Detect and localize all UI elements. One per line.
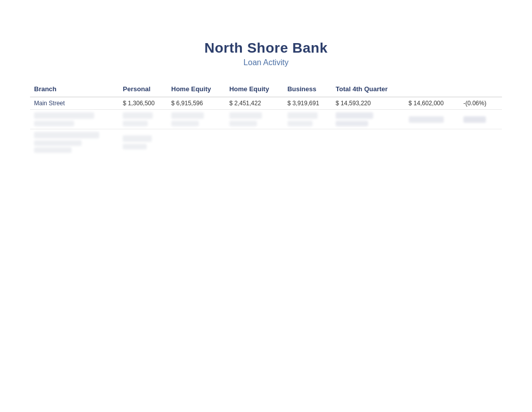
home-equity-bal: $ 2,451,422 bbox=[225, 97, 284, 110]
blurred-c7-1 bbox=[405, 110, 459, 129]
table-row-blurred-2 bbox=[30, 129, 502, 156]
blurred-personal-2 bbox=[119, 129, 167, 156]
blurred-total-2 bbox=[332, 129, 404, 156]
blurred-he2-1 bbox=[225, 110, 284, 129]
col8-value: -(0.06%) bbox=[459, 97, 502, 110]
bank-name: North Shore Bank bbox=[0, 40, 532, 56]
col-branch: Branch bbox=[30, 82, 119, 97]
loan-activity-table: Branch Personal Home Equity Home Equity … bbox=[30, 82, 502, 155]
blurred-branch-2 bbox=[30, 129, 119, 156]
col-home-equity-1: Home Equity bbox=[167, 82, 225, 97]
col7-value: $ 14,602,000 bbox=[405, 97, 459, 110]
blurred-total-1 bbox=[332, 110, 404, 129]
blurred-he1-1 bbox=[167, 110, 225, 129]
blurred-he2-2 bbox=[225, 129, 284, 156]
col-home-equity-2: Home Equity bbox=[225, 82, 284, 97]
total-4q-value: $ 14,593,220 bbox=[332, 97, 404, 110]
blurred-biz-2 bbox=[284, 129, 332, 156]
report-title: Loan Activity bbox=[0, 58, 532, 67]
branch-name: Main Street bbox=[30, 97, 119, 110]
page-header: North Shore Bank Loan Activity bbox=[0, 0, 532, 67]
table-row-main-street: Main Street $ 1,306,500 $ 6,915,596 $ 2,… bbox=[30, 97, 502, 110]
blurred-personal-1 bbox=[119, 110, 167, 129]
col-7 bbox=[405, 82, 459, 97]
business-value: $ 3,919,691 bbox=[284, 97, 332, 110]
blurred-c8-1 bbox=[459, 110, 502, 129]
blurred-he1-2 bbox=[167, 129, 225, 156]
col-personal: Personal bbox=[119, 82, 167, 97]
blurred-branch-1 bbox=[30, 110, 119, 129]
table-header-row: Branch Personal Home Equity Home Equity … bbox=[30, 82, 502, 97]
personal-value: $ 1,306,500 bbox=[119, 97, 167, 110]
table-row-blurred-1 bbox=[30, 110, 502, 129]
blurred-c7-2 bbox=[405, 129, 459, 156]
col-8 bbox=[459, 82, 502, 97]
blurred-c8-2 bbox=[459, 129, 502, 156]
col-business: Business bbox=[284, 82, 332, 97]
col-total-4q: Total 4th Quarter bbox=[332, 82, 404, 97]
table-container: Branch Personal Home Equity Home Equity … bbox=[30, 82, 502, 155]
blurred-biz-1 bbox=[284, 110, 332, 129]
home-equity-orig: $ 6,915,596 bbox=[167, 97, 225, 110]
